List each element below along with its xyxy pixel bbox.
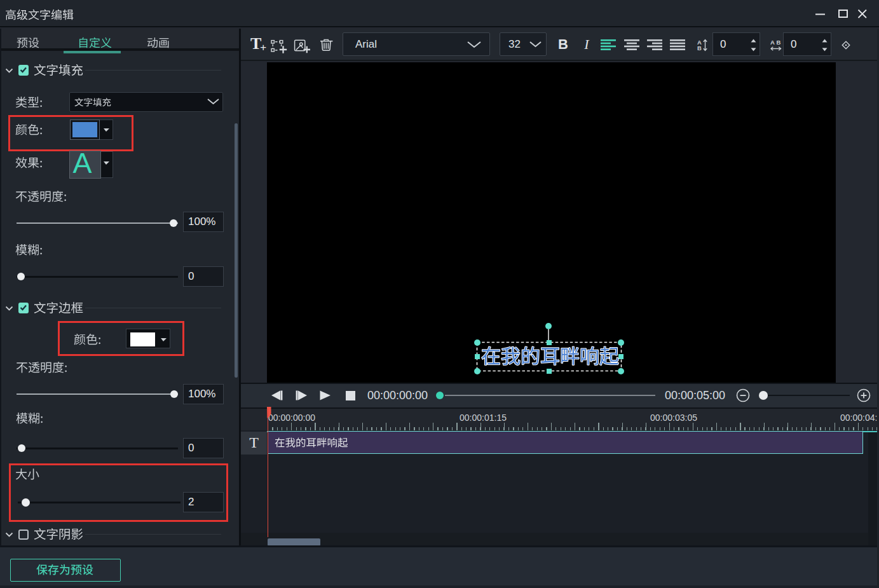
svg-text:B: B (697, 44, 702, 51)
svg-text:A: A (770, 39, 775, 46)
svg-text:B: B (777, 39, 781, 46)
